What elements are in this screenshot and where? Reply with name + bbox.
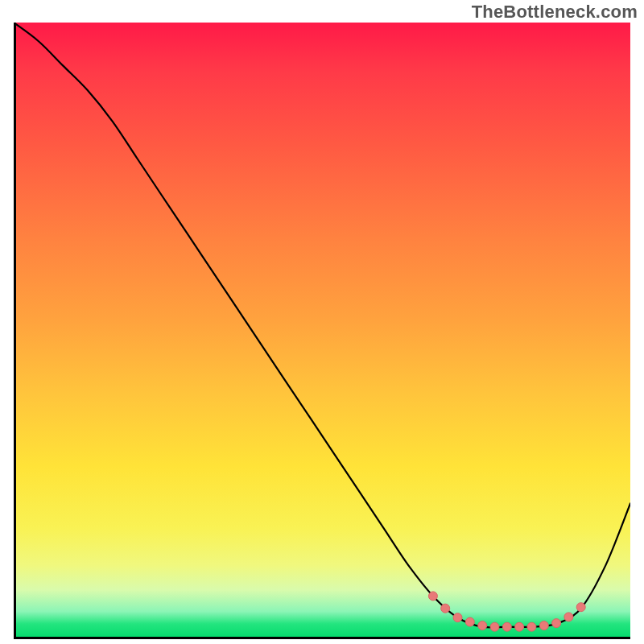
valley-marker [539, 621, 548, 630]
valley-marker [564, 613, 573, 621]
attribution-label: TheBottleneck.com [472, 2, 638, 23]
valley-marker [441, 604, 450, 613]
valley-marker [490, 622, 499, 631]
valley-marker [478, 621, 487, 630]
valley-marker [515, 622, 524, 631]
valley-marker [527, 622, 536, 631]
chart-plot-area [14, 23, 630, 639]
valley-marker [502, 622, 511, 631]
valley-marker [428, 592, 437, 601]
valley-marker [576, 603, 585, 612]
bottleneck-curve [14, 23, 630, 628]
valley-marker [552, 619, 561, 628]
valley-marker [465, 617, 474, 626]
valley-marker-group [428, 592, 585, 631]
chart-overlay-svg [14, 23, 630, 639]
valley-marker [453, 613, 462, 622]
